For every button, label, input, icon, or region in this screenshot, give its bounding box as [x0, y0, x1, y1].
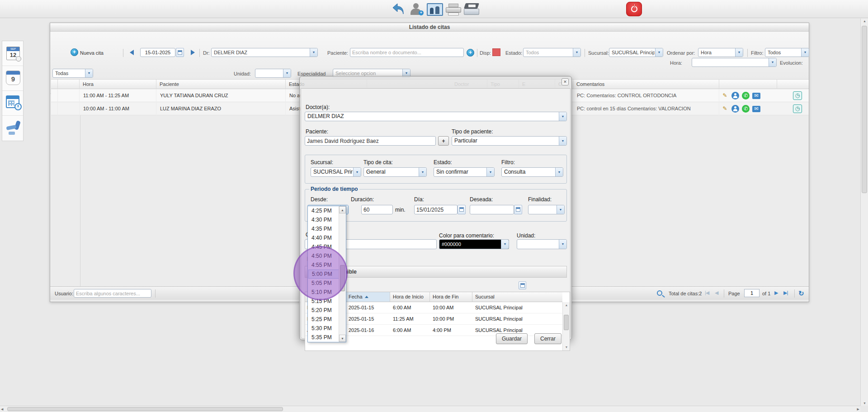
back-icon[interactable]	[391, 2, 406, 16]
add-patient-icon[interactable]: +	[409, 2, 424, 16]
grid-header-hora[interactable]: Hora	[80, 80, 156, 90]
chevron-down-icon[interactable]: ▼	[283, 69, 291, 77]
chevron-down-icon[interactable]: ▼	[735, 48, 743, 57]
page-horizontal-scrollbar[interactable]: ◀ ▶	[0, 406, 860, 412]
search-icon[interactable]	[657, 290, 662, 296]
next-day-arrow[interactable]	[191, 50, 195, 55]
time-option[interactable]: 5:15 PM	[308, 297, 339, 306]
power-button[interactable]	[626, 2, 642, 16]
email-icon[interactable]: ✉	[752, 93, 760, 99]
chevron-down-icon[interactable]: ▼	[555, 168, 563, 176]
first-page-icon[interactable]: |◀	[705, 290, 709, 296]
chevron-down-icon[interactable]: ▼	[310, 48, 317, 57]
page-vertical-scrollbar[interactable]: ▲ ▼	[860, 19, 868, 406]
finalidad-combo[interactable]: ▼	[528, 205, 565, 214]
new-appointment-button[interactable]: Nueva cita	[80, 50, 104, 56]
modal-close-icon[interactable]: ✕	[561, 78, 569, 85]
sched-header-sucursal[interactable]: Sucursal	[472, 292, 562, 302]
time-option[interactable]: 4:35 PM	[308, 224, 339, 233]
date-calendar-button[interactable]	[176, 48, 184, 57]
scrollbar-thumb[interactable]	[340, 265, 345, 291]
chevron-down-icon[interactable]: ▼	[85, 69, 93, 77]
time-option[interactable]: 4:50 PM	[308, 251, 339, 260]
chevron-down-icon[interactable]: ▼	[559, 137, 566, 145]
time-option[interactable]: 4:40 PM	[308, 233, 339, 242]
scroll-down-icon[interactable]: ▼	[861, 402, 868, 405]
scroll-down-icon[interactable]: ▼	[339, 335, 346, 342]
deseada-input[interactable]	[470, 205, 514, 214]
time-option[interactable]: 5:10 PM	[308, 288, 339, 297]
chevron-down-icon[interactable]: ▼	[557, 205, 564, 214]
patient-search-input[interactable]	[350, 48, 464, 57]
time-option[interactable]: 5:20 PM	[308, 306, 339, 315]
chevron-down-icon[interactable]: ▼	[501, 240, 509, 249]
cerrar-button[interactable]: Cerrar	[534, 333, 561, 344]
email-icon[interactable]: ✉	[752, 106, 760, 112]
sched-header-inicio[interactable]: Hora de Inicio	[390, 292, 430, 302]
filtro-combo[interactable]: Consulta ▼	[501, 167, 563, 177]
chevron-down-icon[interactable]: ▼	[573, 48, 580, 57]
time-option[interactable]: 5:35 PM	[308, 333, 339, 342]
date-input[interactable]	[140, 48, 175, 57]
time-option[interactable]: 5:25 PM	[308, 315, 339, 324]
time-option[interactable]: 4:45 PM	[308, 242, 339, 251]
records-icon[interactable]	[464, 3, 479, 16]
paciente-input[interactable]	[305, 136, 436, 146]
patient-search-icon[interactable]: +	[467, 49, 474, 57]
sucursal-filter-combo[interactable]: SUCURSAL Principal ▼	[609, 48, 663, 57]
duracion-input[interactable]	[361, 205, 393, 214]
sidebar-item-daily-agenda[interactable]: SEP12	[2, 41, 23, 66]
doctor-combo[interactable]: DELMER DIAZ ▼	[305, 112, 567, 121]
scroll-down-icon[interactable]: ▼	[563, 344, 570, 350]
usuario-search-input[interactable]	[74, 289, 151, 298]
chevron-down-icon[interactable]: ▼	[655, 48, 663, 57]
add-patient-button[interactable]: +	[438, 136, 449, 146]
whatsapp-icon[interactable]: ✆	[742, 105, 750, 113]
chevron-down-icon[interactable]: ▼	[801, 48, 809, 57]
dropdown-scrollbar[interactable]: ▲ ▼	[339, 206, 346, 342]
doctor-filter-combo[interactable]: DELMER DIAZ ▼	[211, 48, 318, 57]
scrollbar-thumb[interactable]	[7, 407, 283, 411]
time-option[interactable]: 5:05 PM	[308, 279, 339, 288]
chevron-down-icon[interactable]: ▼	[486, 168, 494, 176]
prev-day-arrow[interactable]	[130, 50, 134, 55]
edit-icon[interactable]: ✎	[721, 92, 729, 99]
page-number-input[interactable]	[744, 289, 760, 297]
chevron-down-icon[interactable]: ▼	[559, 112, 566, 121]
color-comentario-combo[interactable]: #000000 ▼	[439, 239, 509, 249]
sidebar-item-monthly-calendar[interactable]: 9	[2, 66, 23, 91]
time-option-highlighted[interactable]: 5:00 PM	[308, 270, 339, 279]
prev-page-icon[interactable]: ◀	[715, 290, 718, 296]
next-page-icon[interactable]: ▶	[774, 290, 778, 296]
grid-header-paciente[interactable]: Paciente	[156, 80, 286, 90]
schedule-calendar-button[interactable]	[519, 281, 526, 289]
chevron-down-icon[interactable]: ▼	[419, 168, 426, 176]
scroll-right-icon[interactable]: ▶	[857, 407, 859, 411]
whatsapp-icon[interactable]: ✆	[742, 92, 750, 99]
time-option[interactable]: 4:25 PM	[308, 206, 339, 215]
chevron-down-icon[interactable]: ▼	[559, 240, 566, 249]
tipo-paciente-combo[interactable]: Particular ▼	[452, 136, 567, 146]
edit-icon[interactable]: ✎	[721, 105, 729, 113]
ordenar-combo[interactable]: Hora ▼	[698, 48, 743, 57]
print-icon[interactable]	[446, 4, 461, 15]
scrollbar-thumb[interactable]	[862, 26, 867, 193]
time-option[interactable]: 4:30 PM	[308, 215, 339, 224]
chevron-down-icon[interactable]: ▼	[769, 58, 776, 66]
grid-header-comentarios[interactable]: Comentarios	[573, 80, 719, 90]
sidebar-item-schedule[interactable]	[2, 91, 23, 116]
tipo-cita-combo[interactable]: General ▼	[363, 167, 427, 177]
hora-filter-combo[interactable]: ▼	[692, 58, 777, 67]
deseada-calendar-button[interactable]	[514, 205, 522, 214]
sidebar-item-dental-chair[interactable]	[2, 116, 23, 141]
dia-calendar-button[interactable]	[458, 205, 466, 214]
sched-header-fecha[interactable]: Fecha	[346, 292, 390, 302]
chevron-down-icon[interactable]: ▼	[353, 168, 361, 176]
last-page-icon[interactable]: ▶|	[783, 290, 788, 296]
scroll-up-icon[interactable]: ▲	[861, 19, 868, 23]
refresh-icon[interactable]: ↻	[798, 289, 804, 298]
todas-combo[interactable]: Todas ▼	[52, 69, 93, 78]
dia-input[interactable]	[414, 205, 458, 214]
unidad-filter-combo[interactable]: ▼	[255, 69, 291, 78]
appointment-clock-icon[interactable]: ◷	[793, 104, 802, 113]
